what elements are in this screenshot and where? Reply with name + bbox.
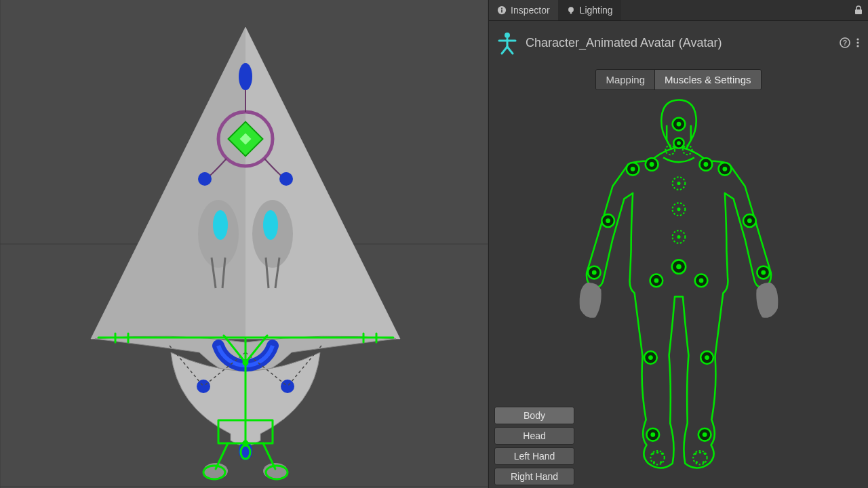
svg-point-106 (677, 235, 680, 239)
scene-viewport[interactable] (0, 0, 488, 488)
node-hip-r (281, 380, 294, 393)
humanoid-optional-nodes[interactable] (650, 146, 707, 465)
subtab-muscles[interactable]: Muscles & Settings (654, 70, 761, 89)
tab-row: Inspector Lighting (489, 0, 868, 21)
node-top (239, 63, 252, 90)
humanoid-bone-nodes[interactable] (587, 118, 769, 441)
tab-inspector-label: Inspector (511, 5, 550, 16)
svg-point-98 (660, 461, 662, 463)
inspector-panel: Inspector Lighting (488, 0, 868, 488)
avatar-subtabs: Mapping Muscles & Settings (489, 64, 868, 94)
tab-lighting-label: Lighting (580, 5, 613, 16)
part-button-body[interactable]: Body (494, 407, 574, 424)
tab-lighting[interactable]: Lighting (558, 0, 621, 20)
humanoid-hands (579, 283, 778, 318)
part-button-head[interactable]: Head (494, 427, 574, 445)
svg-point-66 (606, 218, 610, 223)
lightbulb-icon (566, 5, 576, 15)
svg-point-58 (649, 162, 654, 167)
svg-point-95 (656, 451, 658, 453)
asset-name: Character_Animated Avatar (Avatar) (521, 36, 835, 50)
lock-icon[interactable] (854, 5, 868, 15)
avatar-icon (493, 28, 521, 57)
svg-point-49 (856, 45, 859, 47)
node-arm-l (198, 172, 212, 186)
svg-point-96 (660, 453, 663, 455)
svg-point-105 (677, 207, 680, 211)
asset-header: Character_Animated Avatar (Avatar) ? (489, 21, 868, 64)
svg-point-47 (856, 38, 859, 40)
svg-text:?: ? (843, 39, 847, 47)
svg-point-86 (702, 432, 707, 437)
svg-point-64 (722, 167, 727, 171)
svg-point-74 (676, 264, 682, 270)
svg-point-10 (213, 210, 228, 240)
svg-point-68 (747, 218, 751, 223)
svg-point-94 (652, 453, 654, 455)
svg-point-80 (648, 355, 653, 360)
kebab-menu-icon[interactable] (854, 37, 861, 48)
svg-point-103 (702, 461, 704, 463)
svg-rect-35 (501, 9, 502, 12)
svg-point-60 (703, 162, 708, 167)
svg-line-44 (507, 47, 513, 54)
svg-point-12 (263, 210, 278, 240)
svg-point-54 (676, 122, 681, 127)
root: Inspector Lighting (0, 0, 868, 488)
svg-point-56 (677, 141, 681, 145)
subtab-mapping[interactable]: Mapping (596, 70, 654, 89)
svg-point-37 (568, 7, 574, 12)
svg-rect-38 (570, 12, 572, 14)
svg-line-43 (502, 47, 507, 54)
svg-point-78 (698, 279, 703, 283)
humanoid-mapping-view[interactable]: Body Head Left Hand Right Hand (489, 94, 868, 488)
svg-point-97 (652, 461, 654, 463)
svg-point-70 (591, 270, 596, 275)
tab-inspector[interactable]: Inspector (489, 0, 558, 20)
svg-point-104 (677, 182, 680, 185)
svg-point-72 (761, 270, 766, 275)
part-button-left-hand[interactable]: Left Hand (494, 447, 574, 465)
info-icon (497, 5, 507, 15)
svg-point-100 (698, 451, 701, 453)
body-part-buttons: Body Head Left Hand Right Hand (494, 407, 574, 485)
svg-point-76 (654, 279, 658, 283)
svg-rect-36 (501, 8, 502, 9)
svg-point-48 (856, 41, 859, 43)
svg-point-62 (630, 167, 635, 171)
svg-point-102 (695, 461, 697, 463)
node-arm-r (279, 172, 293, 186)
svg-point-40 (505, 33, 510, 38)
svg-point-31 (243, 361, 248, 365)
svg-point-99 (694, 453, 696, 455)
svg-point-101 (703, 453, 705, 455)
svg-rect-39 (855, 9, 862, 14)
help-icon[interactable]: ? (835, 37, 854, 48)
svg-point-84 (650, 432, 655, 437)
node-hip-l (197, 380, 210, 393)
part-button-right-hand[interactable]: Right Hand (494, 468, 574, 485)
svg-point-82 (705, 355, 709, 360)
